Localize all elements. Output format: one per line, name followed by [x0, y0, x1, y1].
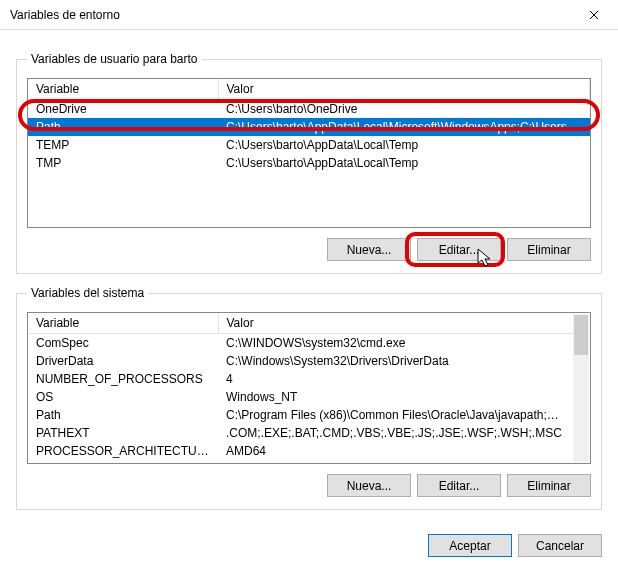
- user-group-legend: Variables de usuario para barto: [27, 52, 202, 66]
- user-col-value[interactable]: Valor: [218, 79, 590, 100]
- user-edit-button[interactable]: Editar...: [417, 238, 501, 261]
- user-buttons-row: Nueva... Editar... Eliminar: [27, 238, 591, 261]
- system-variables-table[interactable]: Variable Valor ComSpecC:\WINDOWS\system3…: [28, 313, 574, 460]
- window-title: Variables de entorno: [10, 8, 572, 22]
- ok-button[interactable]: Aceptar: [428, 534, 512, 557]
- system-buttons-row: Nueva... Editar... Eliminar: [27, 474, 591, 497]
- user-new-button[interactable]: Nueva...: [327, 238, 411, 261]
- close-icon[interactable]: [572, 1, 616, 29]
- system-group-legend: Variables del sistema: [27, 286, 148, 300]
- system-variables-table-wrap: Variable Valor ComSpecC:\WINDOWS\system3…: [27, 312, 591, 464]
- table-row[interactable]: PATHEXT.COM;.EXE;.BAT;.CMD;.VBS;.VBE;.JS…: [28, 424, 574, 442]
- system-col-value[interactable]: Valor: [218, 313, 574, 334]
- table-row[interactable]: PathC:\Program Files (x86)\Common Files\…: [28, 406, 574, 424]
- table-row[interactable]: NUMBER_OF_PROCESSORS4: [28, 370, 574, 388]
- table-row[interactable]: TEMP C:\Users\barto\AppData\Local\Temp: [28, 136, 590, 154]
- user-col-variable[interactable]: Variable: [28, 79, 218, 100]
- table-row[interactable]: ComSpecC:\WINDOWS\system32\cmd.exe: [28, 334, 574, 353]
- table-row[interactable]: OneDrive C:\Users\barto\OneDrive: [28, 100, 590, 119]
- table-row[interactable]: TMP C:\Users\barto\AppData\Local\Temp: [28, 154, 590, 172]
- system-delete-button[interactable]: Eliminar: [507, 474, 591, 497]
- system-variables-group: Variables del sistema Variable Valor Com…: [16, 286, 602, 510]
- user-variables-group: Variables de usuario para barto Variable…: [16, 52, 602, 274]
- user-variables-table[interactable]: Variable Valor OneDrive C:\Users\barto\O…: [28, 79, 590, 172]
- table-row[interactable]: DriverDataC:\Windows\System32\Drivers\Dr…: [28, 352, 574, 370]
- table-row[interactable]: OSWindows_NT: [28, 388, 574, 406]
- table-row[interactable]: PROCESSOR_ARCHITECTUREAMD64: [28, 442, 574, 460]
- titlebar: Variables de entorno: [0, 0, 618, 30]
- dialog-body: Variables de usuario para barto Variable…: [0, 30, 618, 524]
- scrollbar[interactable]: [573, 314, 589, 462]
- system-col-variable[interactable]: Variable: [28, 313, 218, 334]
- table-row[interactable]: Path C:\Users\barto\AppData\Local\Micros…: [28, 118, 590, 136]
- system-new-button[interactable]: Nueva...: [327, 474, 411, 497]
- user-delete-button[interactable]: Eliminar: [507, 238, 591, 261]
- dialog-footer: Aceptar Cancelar: [0, 534, 618, 571]
- cancel-button[interactable]: Cancelar: [518, 534, 602, 557]
- system-edit-button[interactable]: Editar...: [417, 474, 501, 497]
- user-variables-table-wrap: Variable Valor OneDrive C:\Users\barto\O…: [27, 78, 591, 228]
- scrollbar-thumb[interactable]: [574, 315, 588, 355]
